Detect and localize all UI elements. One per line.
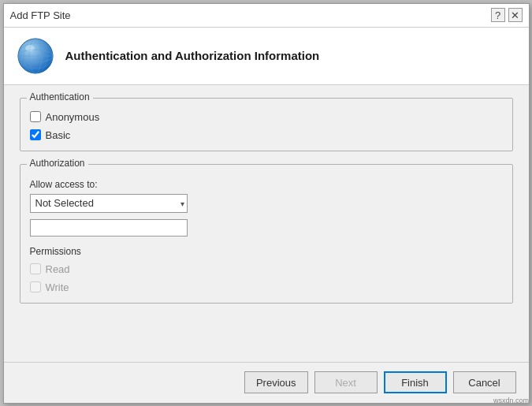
main-window: Add FTP Site ? ✕ bbox=[3, 3, 530, 404]
read-label[interactable]: Read bbox=[46, 263, 70, 275]
title-bar-left: Add FTP Site bbox=[10, 9, 71, 21]
window-title: Add FTP Site bbox=[10, 9, 71, 21]
header-area: Authentication and Authorization Informa… bbox=[4, 28, 529, 85]
title-bar: Add FTP Site ? ✕ bbox=[4, 4, 529, 28]
header-title: Authentication and Authorization Informa… bbox=[65, 49, 320, 62]
close-button[interactable]: ✕ bbox=[508, 8, 523, 22]
content-area: Authentication Anonymous Basic Authoriza… bbox=[4, 85, 529, 362]
basic-checkbox-row: Basic bbox=[30, 129, 503, 141]
globe-icon bbox=[17, 37, 54, 75]
write-checkbox[interactable] bbox=[30, 281, 41, 292]
basic-checkbox[interactable] bbox=[30, 129, 41, 140]
anonymous-label[interactable]: Anonymous bbox=[46, 111, 100, 123]
permissions-label: Permissions bbox=[30, 246, 503, 257]
access-dropdown[interactable]: Not Selected All Users Anonymous Users S… bbox=[30, 194, 188, 213]
help-button[interactable]: ? bbox=[491, 8, 505, 22]
authorization-group: Authorization Allow access to: Not Selec… bbox=[20, 164, 513, 304]
basic-label[interactable]: Basic bbox=[46, 129, 71, 141]
write-label[interactable]: Write bbox=[46, 281, 69, 293]
authorization-text-input[interactable] bbox=[30, 219, 188, 237]
access-dropdown-wrapper: Not Selected All Users Anonymous Users S… bbox=[30, 194, 188, 213]
anonymous-checkbox[interactable] bbox=[30, 111, 41, 122]
authorization-group-label: Authorization bbox=[27, 158, 88, 169]
finish-button[interactable]: Finish bbox=[384, 371, 447, 393]
title-bar-controls: ? ✕ bbox=[491, 8, 523, 22]
anonymous-checkbox-row: Anonymous bbox=[30, 111, 503, 123]
access-label: Allow access to: bbox=[30, 179, 503, 190]
svg-point-6 bbox=[25, 45, 35, 51]
authentication-group: Authentication Anonymous Basic bbox=[20, 98, 513, 151]
next-button[interactable]: Next bbox=[314, 371, 378, 393]
previous-button[interactable]: Previous bbox=[244, 371, 308, 393]
watermark: wsxdn.com bbox=[493, 397, 529, 404]
read-checkbox-row: Read bbox=[30, 263, 503, 275]
read-checkbox[interactable] bbox=[30, 263, 41, 274]
authentication-group-label: Authentication bbox=[27, 91, 93, 102]
cancel-button[interactable]: Cancel bbox=[453, 371, 516, 393]
write-checkbox-row: Write bbox=[30, 281, 503, 293]
footer: Previous Next Finish Cancel bbox=[4, 362, 529, 403]
